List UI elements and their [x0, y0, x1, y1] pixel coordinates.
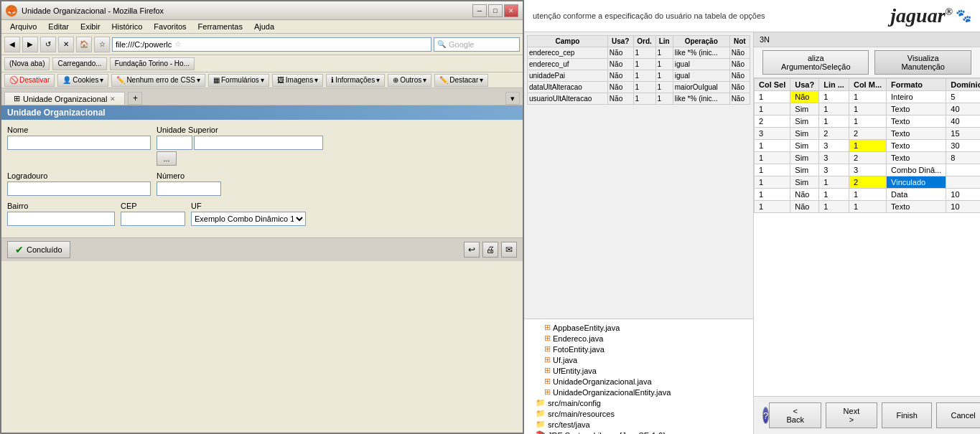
home-button[interactable]: 🏠: [76, 37, 92, 52]
menu-historico[interactable]: Histórico: [106, 21, 149, 32]
table-header: Formato: [887, 79, 946, 91]
tree-item[interactable]: ⊞Endereco.java: [527, 333, 750, 344]
label-nome: Nome: [7, 126, 151, 134]
table-row[interactable]: 3Sim22Texto15Número: [755, 128, 981, 140]
dev-cookies[interactable]: 👤Cookies▾: [57, 74, 108, 87]
cancel-button[interactable]: Cancel: [936, 402, 980, 428]
finish-button[interactable]: Finish: [882, 402, 932, 428]
wizard-buttons-row: aliza Argumento/Seleção Visualiza Manute…: [754, 47, 980, 78]
table-row[interactable]: 1Não11Data10Data Ult. Alteração: [755, 189, 981, 201]
minimize-button[interactable]: ─: [472, 4, 487, 17]
btn-visualiza-argumento[interactable]: aliza Argumento/Seleção: [762, 50, 869, 75]
window-title: Unidade Organizacional - Mozilla Firefox: [22, 6, 468, 15]
list-item[interactable]: usuarioUltAlteracaoNão11like *% (inic...…: [528, 93, 750, 105]
input-nome[interactable]: [7, 136, 151, 150]
input-unidade-superior-name[interactable]: [194, 136, 323, 150]
tab-close-icon[interactable]: ✕: [110, 95, 116, 103]
tree-item[interactable]: ⊞FotoEntity.java: [527, 344, 750, 354]
tree-item[interactable]: ⊞Uf.java: [527, 354, 750, 365]
table-cell: 1: [849, 115, 886, 128]
jaguar-logo: jaguar®: [890, 4, 953, 27]
dev-css[interactable]: ✏️Nenhum erro de CSS▾: [111, 74, 205, 87]
table-cell: Sim: [790, 176, 819, 189]
table-row[interactable]: 1Não11Inteiro5Cód.: [755, 91, 981, 103]
help-button[interactable]: ?: [762, 407, 769, 424]
table-row[interactable]: 1Sim32Texto8CEP: [755, 152, 981, 164]
table-row[interactable]: 1Sim11Texto40Nome: [755, 103, 981, 115]
java-icon: ⊞: [544, 377, 551, 386]
email-button[interactable]: ✉: [501, 242, 517, 258]
next-nav-button[interactable]: Next >: [826, 402, 877, 428]
menu-ajuda[interactable]: Ajuda: [248, 21, 280, 32]
list-item[interactable]: endereco_cepNão11like *% (inic...Não: [528, 47, 750, 59]
tree-item[interactable]: 📁src/main/config: [527, 397, 750, 408]
bookmark-carregando[interactable]: Carregando...: [52, 57, 106, 70]
address-bar[interactable]: file:///C:/powerlc ☆: [112, 37, 431, 52]
maximize-button[interactable]: □: [488, 4, 503, 17]
menu-favoritos[interactable]: Favoritos: [148, 21, 192, 32]
table-cell: [946, 176, 980, 189]
forward-button[interactable]: ▶: [22, 37, 38, 52]
dev-formularios[interactable]: ▦Formulários▾: [208, 74, 269, 87]
close-button[interactable]: ✕: [504, 4, 518, 17]
tree-item[interactable]: ⊞UnidadeOrganizacional.java: [527, 376, 750, 387]
menu-exibir[interactable]: Exibir: [75, 21, 106, 32]
dev-imagens[interactable]: 🖼Imagens▾: [272, 74, 323, 87]
btn-visualiza-manutencao[interactable]: Visualiza Manutenção: [874, 50, 971, 75]
table-row[interactable]: 1Não11Texto10Usuário Ult. Alter...: [755, 201, 981, 213]
tab-menu-button[interactable]: ▾: [505, 92, 520, 105]
tree-item[interactable]: 📚JRE System Library [JavaSE-1.6]: [527, 430, 750, 434]
dev-destacar[interactable]: ✏️Destacar▾: [434, 74, 488, 87]
tree-item[interactable]: 📁src/main/resources: [527, 408, 750, 419]
dev-outros[interactable]: ⊕Outros▾: [388, 74, 431, 87]
new-tab-button[interactable]: +: [128, 92, 142, 105]
tree-item[interactable]: ⊞UnidadeOrganizacionalEntity.java: [527, 387, 750, 397]
concluido-button[interactable]: ✔ Concluído: [7, 241, 70, 258]
menu-ferramentas[interactable]: Ferramentas: [192, 21, 248, 32]
table-cell: 30: [946, 140, 980, 152]
nav-toolbar: ◀ ▶ ↺ ✕ 🏠 ☆ file:///C:/powerlc ☆ 🔍 Googl…: [1, 34, 523, 55]
select-uf[interactable]: Exemplo Combo Dinâmico 1: [191, 212, 306, 226]
table-cell: 2: [849, 128, 886, 140]
right-panel: utenção conforme a especificação do usuá…: [524, 0, 980, 434]
table-row[interactable]: 1Sim33Combo Dinâ...com.empresa.rh...UF: [755, 164, 981, 176]
table-cell: 40: [946, 103, 980, 115]
refresh-button[interactable]: ↺: [40, 37, 56, 52]
form-row-2: Logradouro Número: [7, 171, 517, 196]
undo-button[interactable]: ↩: [464, 242, 480, 258]
table-row[interactable]: 1Sim12Vinculadocom.empresa.rh...Unidade …: [755, 176, 981, 189]
input-logradouro[interactable]: [7, 181, 151, 196]
back-button[interactable]: ◀: [4, 37, 20, 52]
dev-informacoes[interactable]: ℹInformações▾: [326, 74, 385, 87]
tree-item[interactable]: ⊞AppbaseEntity.java: [527, 322, 750, 333]
btn-ellipsis[interactable]: ...: [157, 151, 177, 166]
list-item[interactable]: dataUltAlteracaoNão11maiorOuIgualNão: [528, 82, 750, 93]
table-cell: 1: [849, 103, 886, 115]
print-button[interactable]: 🖨: [482, 242, 498, 258]
bookmark-fundacao[interactable]: Fundação Torino - Ho...: [110, 57, 195, 70]
table-cell: Sim: [790, 115, 819, 128]
dev-desativar[interactable]: 🚫Desativar: [4, 74, 55, 87]
tree-item-label: UfEntity.java: [553, 367, 597, 375]
java-icon: ⊞: [544, 387, 551, 397]
input-numero[interactable]: [157, 181, 221, 196]
list-item[interactable]: endereco_ufNão11igualNão: [528, 59, 750, 70]
input-bairro[interactable]: [7, 212, 115, 226]
tree-item[interactable]: 📁src/test/java: [527, 419, 750, 430]
back-nav-button[interactable]: < Back: [769, 402, 821, 428]
input-unidade-superior-code[interactable]: [157, 136, 192, 150]
tree-item-label: src/main/config: [548, 399, 601, 407]
bookmark-button[interactable]: ☆: [94, 37, 110, 52]
tab-unidade-organizacional[interactable]: ⊞ Unidade Organizacional ✕: [4, 92, 125, 105]
table-row[interactable]: 1Sim31Texto30Bairro: [755, 140, 981, 152]
table-row[interactable]: 2Sim11Texto40Logradouro: [755, 115, 981, 128]
menu-arquivo[interactable]: Arquivo: [4, 21, 42, 32]
input-cep[interactable]: [121, 212, 185, 226]
menu-editar[interactable]: Editar: [42, 21, 75, 32]
bookmark-nova-aba[interactable]: (Nova aba): [4, 57, 50, 70]
list-item[interactable]: unidadePaiNão11igualNão: [528, 70, 750, 82]
data-table-container: Col SelUsa?Lin ...Col M...FormatoDomínio…: [754, 78, 980, 396]
col-field: Campo: [528, 36, 608, 47]
stop-button[interactable]: ✕: [58, 37, 74, 52]
tree-item[interactable]: ⊞UfEntity.java: [527, 365, 750, 376]
